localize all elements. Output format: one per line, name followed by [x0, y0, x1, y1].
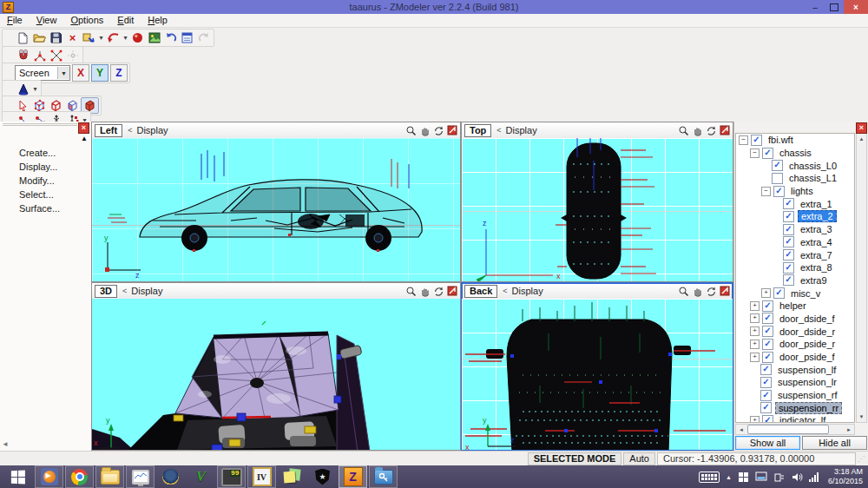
- taskbar-zmodeler[interactable]: Z: [339, 465, 367, 488]
- close-button[interactable]: ×: [844, 0, 868, 14]
- material-editor-button[interactable]: [129, 30, 146, 45]
- minimize-button[interactable]: –: [806, 0, 825, 14]
- tree-expander-icon[interactable]: +: [750, 313, 760, 323]
- tree-node-extra_8[interactable]: extra_8: [798, 262, 835, 273]
- menu-file[interactable]: File: [0, 14, 30, 27]
- tree-expander-icon[interactable]: +: [750, 353, 760, 362]
- scrollbar-thumb[interactable]: [747, 425, 829, 434]
- tree-node-extra_2[interactable]: extra_2: [798, 210, 837, 222]
- pan-hand-icon[interactable]: [692, 125, 703, 136]
- display-menu[interactable]: Display: [512, 286, 543, 296]
- tree-node-door_pside_r[interactable]: door_pside_r: [777, 339, 838, 349]
- tree-expander-icon[interactable]: +: [750, 301, 760, 311]
- tree-node-chassis_L0[interactable]: chassis_L0: [786, 161, 839, 171]
- weld-vertices-button[interactable]: [31, 48, 48, 63]
- tree-node-extra_7[interactable]: extra_7: [798, 250, 835, 260]
- zoom-icon[interactable]: [678, 125, 689, 136]
- dropdown-icon[interactable]: ▾: [97, 30, 105, 45]
- viewport-name-button[interactable]: Left: [95, 124, 122, 137]
- tree-horizontal-scrollbar[interactable]: ◄ ►: [735, 424, 855, 435]
- taskbar-sticky-notes[interactable]: [278, 465, 306, 488]
- panel-grip[interactable]: [3, 123, 77, 134]
- tree-expander-icon[interactable]: +: [750, 340, 760, 349]
- taskbar-gta-v[interactable]: V: [187, 465, 215, 488]
- tree-expander-icon[interactable]: +: [761, 288, 771, 298]
- display-menu[interactable]: Display: [136, 125, 168, 135]
- taskbar-file-explorer[interactable]: [95, 465, 124, 488]
- hide-all-button[interactable]: Hide all: [802, 436, 867, 450]
- taskbar-police-badge[interactable]: [156, 465, 185, 488]
- scroll-up-icon[interactable]: ▲: [857, 134, 866, 144]
- scene-panel-button[interactable]: [179, 30, 195, 45]
- visibility-checkbox[interactable]: ✓: [760, 364, 772, 375]
- tree-expander-icon[interactable]: +: [750, 416, 760, 423]
- tree-expander-icon[interactable]: −: [761, 187, 771, 196]
- taskbar-folder-key[interactable]: [369, 465, 398, 488]
- tree-node-chassis_L1[interactable]: chassis_L1: [786, 173, 839, 183]
- safely-remove-icon[interactable]: [773, 472, 785, 483]
- tree-node-suspension_lr[interactable]: suspension_lr: [775, 377, 839, 387]
- rotate-icon[interactable]: [706, 286, 717, 297]
- rotate-icon[interactable]: [706, 125, 717, 136]
- viewport-back-canvas[interactable]: y x z: [462, 299, 733, 450]
- taskbar-clock[interactable]: 3:18 AM 6/10/2015: [825, 467, 863, 486]
- keyboard-icon[interactable]: [699, 472, 720, 483]
- zoom-icon[interactable]: [405, 286, 417, 297]
- sidebar-item-surface[interactable]: Surface...: [0, 201, 91, 215]
- visibility-checkbox[interactable]: ✓: [783, 274, 794, 286]
- maximize-viewport-icon[interactable]: [720, 286, 730, 296]
- visibility-checkbox[interactable]: ✓: [762, 352, 773, 363]
- magnet-snap-button[interactable]: [15, 48, 31, 63]
- display-icon[interactable]: [755, 472, 767, 483]
- viewport-3d-canvas[interactable]: y x z: [92, 299, 460, 450]
- visibility-checkbox[interactable]: ✓: [783, 211, 794, 222]
- tree-node-indicator_lf[interactable]: indicator_lf: [777, 415, 828, 423]
- sidebar-item-select[interactable]: Select...: [0, 188, 91, 201]
- viewport-name-button[interactable]: 3D: [95, 285, 117, 298]
- axis-x-button[interactable]: X: [72, 64, 89, 82]
- redo-button[interactable]: [195, 30, 212, 45]
- visibility-checkbox[interactable]: ✓: [783, 262, 794, 274]
- tree-node-misc_v[interactable]: misc_v: [788, 288, 823, 299]
- tree-node-suspension_rf[interactable]: suspension_rf: [775, 390, 840, 400]
- tree-close-icon[interactable]: ×: [856, 122, 867, 134]
- pan-hand-icon[interactable]: [419, 125, 431, 136]
- tree-expander-icon[interactable]: −: [750, 148, 760, 158]
- rotate-icon[interactable]: [433, 125, 444, 136]
- snap-target-button[interactable]: [64, 48, 81, 63]
- menu-view[interactable]: View: [30, 14, 64, 27]
- visibility-checkbox[interactable]: ✓: [760, 390, 772, 401]
- tree-vertical-scrollbar[interactable]: ▲ ▼: [856, 133, 867, 423]
- scroll-up-icon[interactable]: ▲: [81, 135, 88, 142]
- tree-expander-icon[interactable]: +: [750, 326, 760, 336]
- tree-node-suspension_rr[interactable]: suspension_rr: [775, 402, 842, 414]
- taskbar-monitor-99[interactable]: 99: [217, 465, 246, 488]
- undo-button[interactable]: [162, 30, 179, 45]
- scroll-down-icon[interactable]: ▼: [857, 412, 866, 422]
- tree-node-door_dside_r[interactable]: door_dside_r: [777, 326, 838, 337]
- zoom-icon[interactable]: [678, 286, 689, 297]
- resize-grip[interactable]: ⋰: [858, 453, 866, 465]
- tree-node-extra_1[interactable]: extra_1: [798, 199, 835, 209]
- delete-button[interactable]: ×: [64, 30, 81, 45]
- visibility-checkbox[interactable]: ✓: [762, 300, 773, 312]
- taskbar-black-shield[interactable]: ★: [308, 465, 337, 488]
- viewport-top[interactable]: Top < Display: [461, 122, 733, 282]
- visibility-checkbox[interactable]: ✓: [762, 313, 773, 324]
- visibility-checkbox[interactable]: ✓: [783, 236, 794, 247]
- tree-node-lights[interactable]: lights: [788, 186, 816, 196]
- save-file-button[interactable]: [48, 30, 64, 45]
- open-file-button[interactable]: [31, 30, 48, 45]
- viewport-name-button[interactable]: Top: [464, 124, 491, 137]
- viewport-left-canvas[interactable]: y z: [92, 138, 460, 281]
- visibility-checkbox[interactable]: ✓: [760, 402, 772, 413]
- visibility-checkbox[interactable]: ✓: [760, 377, 772, 388]
- visibility-checkbox[interactable]: ✓: [762, 415, 773, 423]
- sidebar-item-display[interactable]: Display...: [0, 160, 91, 174]
- taskbar-chrome[interactable]: [65, 465, 94, 488]
- tree-node-chassis[interactable]: chassis: [777, 148, 814, 158]
- zoom-icon[interactable]: [405, 125, 417, 136]
- dropdown-icon[interactable]: ▾: [31, 82, 39, 96]
- hidden-icons-arrow[interactable]: ▲: [726, 474, 732, 480]
- visibility-checkbox[interactable]: ✓: [783, 249, 794, 260]
